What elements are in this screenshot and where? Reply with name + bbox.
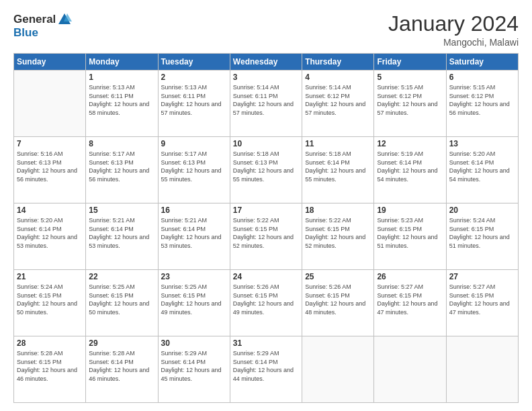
day-info: Sunrise: 5:28 AMSunset: 6:15 PMDaylight:… (17, 349, 83, 383)
day-number: 26 (377, 272, 443, 281)
day-info: Sunrise: 5:29 AMSunset: 6:14 PMDaylight:… (161, 349, 227, 383)
day-info: Sunrise: 5:27 AMSunset: 6:15 PMDaylight:… (449, 283, 515, 316)
day-cell: 1Sunrise: 5:13 AMSunset: 6:11 PMDaylight… (86, 71, 158, 137)
title-block: January 2024 Mangochi, Malawi (388, 12, 519, 48)
day-cell: 23Sunrise: 5:25 AMSunset: 6:15 PMDayligh… (158, 270, 230, 336)
logo-icon (57, 12, 72, 27)
day-number: 17 (233, 205, 299, 215)
col-wednesday: Wednesday (230, 54, 302, 71)
day-cell (302, 336, 374, 403)
day-cell: 7Sunrise: 5:16 AMSunset: 6:13 PMDaylight… (14, 137, 86, 203)
logo-general-text: General (13, 13, 56, 26)
day-info: Sunrise: 5:22 AMSunset: 6:15 PMDaylight:… (305, 216, 371, 250)
day-number: 13 (449, 139, 515, 148)
day-info: Sunrise: 5:27 AMSunset: 6:15 PMDaylight:… (377, 283, 443, 316)
day-number: 10 (233, 139, 299, 148)
header-row: Sunday Monday Tuesday Wednesday Thursday… (14, 54, 519, 71)
day-cell: 18Sunrise: 5:22 AMSunset: 6:15 PMDayligh… (302, 203, 374, 270)
day-cell (446, 336, 518, 403)
day-info: Sunrise: 5:21 AMSunset: 6:14 PMDaylight:… (161, 216, 227, 250)
day-info: Sunrise: 5:20 AMSunset: 6:14 PMDaylight:… (449, 150, 515, 183)
day-cell: 12Sunrise: 5:19 AMSunset: 6:14 PMDayligh… (374, 137, 446, 203)
day-info: Sunrise: 5:24 AMSunset: 6:15 PMDaylight:… (449, 216, 515, 250)
day-number: 18 (305, 205, 371, 215)
day-cell: 26Sunrise: 5:27 AMSunset: 6:15 PMDayligh… (374, 270, 446, 336)
header: General Blue January 2024 Mangochi, Mala… (13, 12, 519, 48)
day-number: 12 (377, 139, 443, 148)
day-number: 11 (305, 139, 371, 148)
day-info: Sunrise: 5:24 AMSunset: 6:15 PMDaylight:… (17, 283, 83, 316)
day-cell: 30Sunrise: 5:29 AMSunset: 6:14 PMDayligh… (158, 336, 230, 403)
calendar-table: Sunday Monday Tuesday Wednesday Thursday… (13, 53, 519, 403)
col-thursday: Thursday (302, 54, 374, 71)
calendar-subtitle: Mangochi, Malawi (388, 37, 519, 48)
day-number: 2 (161, 73, 227, 82)
logo: General Blue (13, 12, 72, 40)
day-number: 19 (377, 205, 443, 215)
day-number: 21 (17, 272, 83, 281)
day-cell: 28Sunrise: 5:28 AMSunset: 6:15 PMDayligh… (14, 336, 86, 403)
day-cell: 15Sunrise: 5:21 AMSunset: 6:14 PMDayligh… (86, 203, 158, 270)
day-cell: 5Sunrise: 5:15 AMSunset: 6:12 PMDaylight… (374, 71, 446, 137)
week-row-2: 7Sunrise: 5:16 AMSunset: 6:13 PMDaylight… (14, 137, 519, 203)
day-cell: 2Sunrise: 5:13 AMSunset: 6:11 PMDaylight… (158, 71, 230, 137)
day-info: Sunrise: 5:13 AMSunset: 6:11 PMDaylight:… (89, 83, 154, 117)
day-info: Sunrise: 5:17 AMSunset: 6:13 PMDaylight:… (89, 150, 154, 183)
day-cell: 14Sunrise: 5:20 AMSunset: 6:14 PMDayligh… (14, 203, 86, 270)
day-cell: 16Sunrise: 5:21 AMSunset: 6:14 PMDayligh… (158, 203, 230, 270)
col-saturday: Saturday (446, 54, 518, 71)
logo-blue-text: Blue (13, 26, 38, 39)
day-cell: 29Sunrise: 5:28 AMSunset: 6:14 PMDayligh… (86, 336, 158, 403)
day-info: Sunrise: 5:18 AMSunset: 6:13 PMDaylight:… (233, 150, 299, 183)
day-info: Sunrise: 5:17 AMSunset: 6:13 PMDaylight:… (161, 150, 227, 183)
day-cell: 3Sunrise: 5:14 AMSunset: 6:11 PMDaylight… (230, 71, 302, 137)
day-number: 16 (161, 205, 227, 215)
day-number: 4 (305, 73, 371, 82)
day-info: Sunrise: 5:22 AMSunset: 6:15 PMDaylight:… (233, 216, 299, 250)
day-info: Sunrise: 5:16 AMSunset: 6:13 PMDaylight:… (17, 150, 83, 183)
day-number: 30 (161, 338, 227, 348)
day-number: 1 (89, 73, 154, 82)
day-info: Sunrise: 5:29 AMSunset: 6:14 PMDaylight:… (233, 349, 299, 383)
week-row-1: 1Sunrise: 5:13 AMSunset: 6:11 PMDaylight… (14, 71, 519, 137)
day-number: 28 (17, 338, 83, 348)
day-cell: 17Sunrise: 5:22 AMSunset: 6:15 PMDayligh… (230, 203, 302, 270)
calendar-title: January 2024 (388, 12, 519, 36)
day-cell: 4Sunrise: 5:14 AMSunset: 6:12 PMDaylight… (302, 71, 374, 137)
day-number: 9 (161, 139, 227, 148)
day-cell: 6Sunrise: 5:15 AMSunset: 6:12 PMDaylight… (446, 71, 518, 137)
day-info: Sunrise: 5:15 AMSunset: 6:12 PMDaylight:… (377, 83, 443, 117)
day-cell: 13Sunrise: 5:20 AMSunset: 6:14 PMDayligh… (446, 137, 518, 203)
week-row-4: 21Sunrise: 5:24 AMSunset: 6:15 PMDayligh… (14, 270, 519, 336)
day-cell (14, 71, 86, 137)
day-number: 5 (377, 73, 443, 82)
col-friday: Friday (374, 54, 446, 71)
day-info: Sunrise: 5:13 AMSunset: 6:11 PMDaylight:… (161, 83, 227, 117)
day-number: 22 (89, 272, 154, 281)
day-info: Sunrise: 5:21 AMSunset: 6:14 PMDaylight:… (89, 216, 154, 250)
day-info: Sunrise: 5:14 AMSunset: 6:11 PMDaylight:… (233, 83, 299, 117)
day-cell: 19Sunrise: 5:23 AMSunset: 6:15 PMDayligh… (374, 203, 446, 270)
day-number: 23 (161, 272, 227, 281)
col-tuesday: Tuesday (158, 54, 230, 71)
day-number: 7 (17, 139, 83, 148)
day-cell: 20Sunrise: 5:24 AMSunset: 6:15 PMDayligh… (446, 203, 518, 270)
day-number: 14 (17, 205, 83, 215)
week-row-3: 14Sunrise: 5:20 AMSunset: 6:14 PMDayligh… (14, 203, 519, 270)
day-number: 20 (449, 205, 515, 215)
day-cell: 9Sunrise: 5:17 AMSunset: 6:13 PMDaylight… (158, 137, 230, 203)
day-info: Sunrise: 5:28 AMSunset: 6:14 PMDaylight:… (89, 349, 154, 383)
day-info: Sunrise: 5:26 AMSunset: 6:15 PMDaylight:… (233, 283, 299, 316)
day-number: 25 (305, 272, 371, 281)
day-cell: 31Sunrise: 5:29 AMSunset: 6:14 PMDayligh… (230, 336, 302, 403)
day-cell: 21Sunrise: 5:24 AMSunset: 6:15 PMDayligh… (14, 270, 86, 336)
day-info: Sunrise: 5:25 AMSunset: 6:15 PMDaylight:… (161, 283, 227, 316)
day-number: 6 (449, 73, 515, 82)
day-info: Sunrise: 5:14 AMSunset: 6:12 PMDaylight:… (305, 83, 371, 117)
day-number: 27 (449, 272, 515, 281)
col-sunday: Sunday (14, 54, 86, 71)
day-info: Sunrise: 5:26 AMSunset: 6:15 PMDaylight:… (305, 283, 371, 316)
day-number: 3 (233, 73, 299, 82)
col-monday: Monday (86, 54, 158, 71)
day-cell: 8Sunrise: 5:17 AMSunset: 6:13 PMDaylight… (86, 137, 158, 203)
